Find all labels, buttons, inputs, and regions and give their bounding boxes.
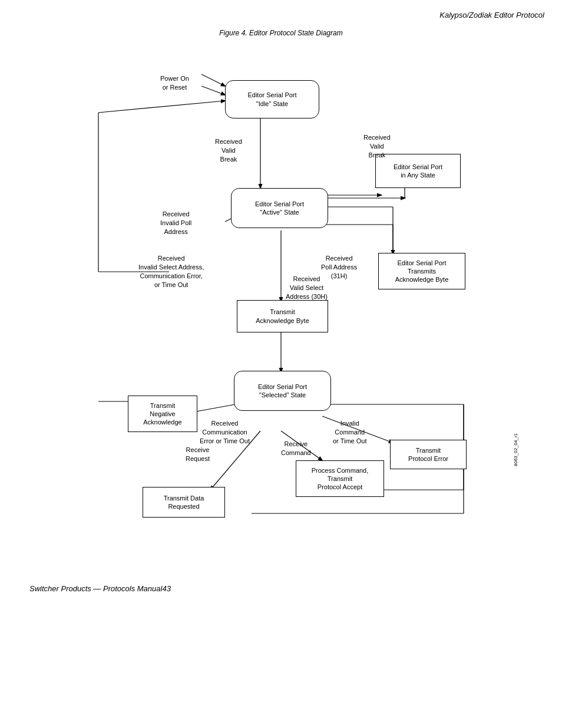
svg-line-1 — [201, 86, 225, 95]
node-transmits-ack: Editor Serial Port Transmits Acknowledge… — [378, 253, 465, 289]
label-recv-comm-error: Received Communication Error or Time Out — [200, 419, 250, 446]
node-transmit-data: Transmit Data Requested — [143, 487, 225, 518]
node-selected: Editor Serial Port "Selected" State — [234, 371, 331, 411]
label-receive-command: Receive Command — [281, 440, 311, 457]
label-recv-invalid-select: Received Invalid Select Address, Communi… — [138, 254, 204, 289]
node-transmit-ack-byte: Transmit Acknowledge Byte — [237, 300, 328, 332]
sidebar-label: 8063_02_04_r1 — [513, 396, 520, 466]
label-recv-invalid-poll: Received Invalid Poll Address — [160, 210, 191, 236]
label-recv-valid-break-2: Received Valid Break — [363, 133, 391, 160]
node-active: Editor Serial Port "Active" State — [231, 188, 328, 228]
label-recv-valid-break-1: Received Valid Break — [215, 137, 242, 164]
node-transmit-neg-ack: Transmit Negative Acknowledge — [128, 396, 197, 432]
node-idle: Editor Serial Port "Idle" State — [225, 80, 319, 118]
page-footer: Switcher Products — Protocols Manual43 — [0, 572, 562, 593]
svg-line-0 — [201, 74, 225, 86]
node-process-command: Process Command, Transmit Protocol Accep… — [296, 460, 384, 497]
label-invalid-command: Invalid Command or Time Out — [333, 419, 366, 446]
label-power-on: Power On or Reset — [160, 74, 189, 92]
header-title: Kalypso/Zodiak Editor Protocol — [439, 11, 544, 19]
node-transmit-protocol-error: Transmit Protocol Error — [390, 440, 467, 469]
label-recv-valid-select: Received Valid Select Address (30H) — [286, 275, 328, 301]
figure-caption: Figure 4. Editor Protocol State Diagram — [0, 29, 562, 37]
svg-line-14 — [98, 101, 225, 113]
page-header: Kalypso/Zodiak Editor Protocol — [0, 0, 562, 19]
label-receive-request: Receive Request — [186, 446, 210, 463]
diagram-container: Editor Serial Port "Idle" State Editor S… — [51, 42, 511, 572]
